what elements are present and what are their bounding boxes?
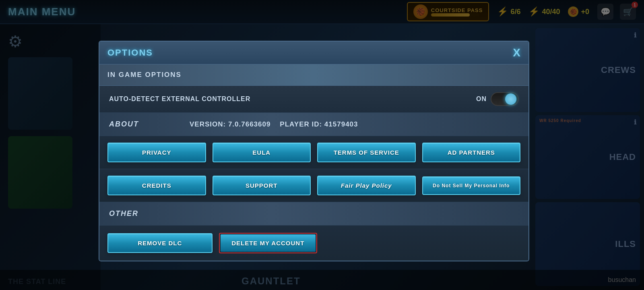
toggle-container: ON: [476, 92, 519, 106]
version-info: VERSION: 7.0.7663609: [190, 120, 270, 128]
eula-button[interactable]: EULA: [213, 143, 311, 162]
controller-label: AUTO-DETECT EXTERNAL CONTROLLER: [109, 95, 250, 103]
ingame-options-header: IN GAME OPTIONS: [99, 64, 528, 86]
about-row: ABOUT VERSION: 7.0.7663609 PLAYER ID: 41…: [99, 113, 528, 136]
terms-button[interactable]: TERMS OF SERVICE: [317, 143, 416, 162]
modal-title: OPTIONS: [107, 48, 153, 58]
buttons-row-1: PRIVACY EULA TERMS OF SERVICE AD PARTNER…: [99, 136, 528, 169]
other-row: OTHER: [99, 202, 528, 226]
modal-close-button[interactable]: X: [513, 47, 520, 58]
bottom-buttons-row: REMOVE DLC DELETE MY ACCOUNT: [99, 226, 528, 261]
controller-toggle[interactable]: [491, 92, 519, 106]
buttons-row-2: CREDITS SUPPORT Fair Play Policy Do Not …: [99, 169, 528, 202]
remove-dlc-button[interactable]: REMOVE DLC: [107, 233, 213, 253]
version-player-info: VERSION: 7.0.7663609 PLAYER ID: 41579403: [190, 120, 358, 128]
ingame-options-label: IN GAME OPTIONS: [107, 71, 182, 79]
other-label: OTHER: [109, 209, 190, 218]
controller-row: AUTO-DETECT EXTERNAL CONTROLLER ON: [99, 86, 528, 113]
ad-partners-button[interactable]: AD PARTNERS: [422, 143, 521, 162]
modal-header: OPTIONS X: [99, 41, 528, 64]
modal-overlay: OPTIONS X IN GAME OPTIONS AUTO-DETECT EX…: [0, 0, 644, 290]
delete-account-button[interactable]: DELETE MY ACCOUNT: [221, 234, 316, 252]
credits-button[interactable]: CREDITS: [107, 176, 206, 195]
privacy-button[interactable]: PRIVACY: [107, 143, 206, 162]
toggle-knob: [505, 93, 516, 105]
options-modal: OPTIONS X IN GAME OPTIONS AUTO-DETECT EX…: [99, 41, 529, 261]
support-button[interactable]: SUPPORT: [213, 176, 311, 195]
player-id: PLAYER ID: 41579403: [280, 120, 358, 128]
fair-play-button[interactable]: Fair Play Policy: [317, 176, 416, 195]
toggle-state-label: ON: [476, 95, 487, 103]
delete-account-wrapper: DELETE MY ACCOUNT: [219, 233, 318, 253]
about-label: ABOUT: [109, 120, 190, 128]
do-not-sell-button[interactable]: Do Not Sell My Personal Info: [422, 176, 521, 195]
